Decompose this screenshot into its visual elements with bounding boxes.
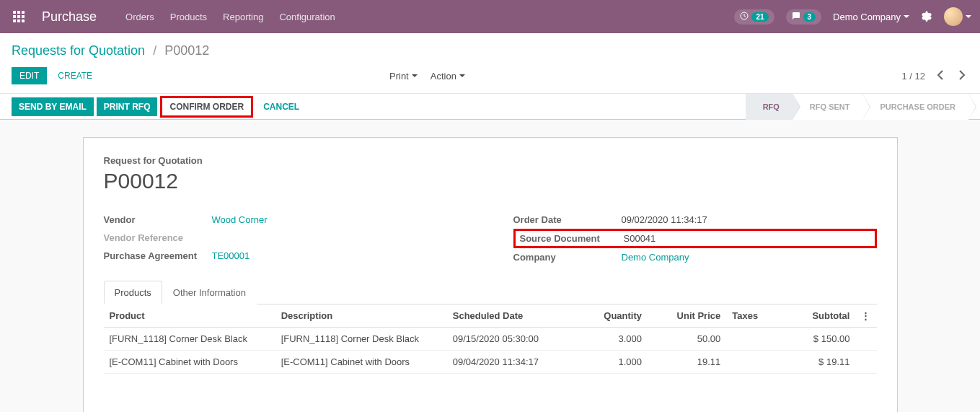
scroll-area[interactable]: Request for Quotation P00012 Vendor Wood… (0, 120, 980, 412)
caret-down-icon (966, 15, 971, 18)
pager-text[interactable]: 1 / 12 (901, 71, 925, 82)
breadcrumb-row: Requests for Quotation / P00012 (0, 33, 980, 63)
cell-blank (855, 351, 876, 374)
svg-rect-8 (22, 19, 25, 22)
svg-rect-4 (17, 15, 20, 18)
company-value[interactable]: Demo Company (622, 252, 877, 263)
avatar (944, 7, 963, 26)
cancel-button[interactable]: CANCEL (256, 97, 306, 116)
purchase-agreement-value[interactable]: TE00001 (212, 250, 467, 261)
print-dropdown[interactable]: Print (389, 71, 418, 82)
table-row[interactable]: [FURN_1118] Corner Desk Black[FURN_1118]… (104, 328, 877, 351)
pager: 1 / 12 (901, 69, 968, 84)
order-date-label: Order Date (513, 214, 622, 225)
edit-button[interactable]: EDIT (12, 67, 47, 84)
record-name: P00012 (104, 169, 877, 193)
activity-button[interactable]: 21 (734, 9, 774, 25)
caret-down-icon (904, 15, 909, 18)
chat-icon (792, 12, 800, 22)
col-unit-price[interactable]: Unit Price (648, 304, 726, 328)
clock-icon (740, 12, 749, 22)
topbar-right: 21 3 Demo Company (734, 7, 971, 26)
stage-rfq[interactable]: RFQ (746, 94, 793, 120)
vendor-label: Vendor (104, 214, 212, 225)
cell-quantity: 1.000 (569, 351, 648, 374)
send-by-email-button[interactable]: SEND BY EMAIL (12, 97, 94, 116)
debug-icon[interactable] (921, 10, 932, 24)
col-product[interactable]: Product (104, 304, 275, 328)
confirm-order-button[interactable]: CONFIRM ORDER (160, 96, 253, 118)
breadcrumb-current: P00012 (164, 43, 209, 58)
apps-icon[interactable] (9, 6, 29, 27)
status-stages: RFQ RFQ SENT PURCHASE ORDER (746, 94, 968, 119)
stage-rfq-sent[interactable]: RFQ SENT (793, 94, 863, 120)
nav-link-reporting[interactable]: Reporting (223, 12, 263, 22)
svg-rect-2 (22, 11, 25, 14)
breadcrumb: Requests for Quotation / P00012 (12, 43, 209, 58)
table-row[interactable]: [E-COM11] Cabinet with Doors[E-COM11] Ca… (104, 351, 877, 374)
tab-products[interactable]: Products (104, 281, 162, 304)
chat-button[interactable]: 3 (786, 9, 822, 25)
source-document-label: Source Document (520, 233, 624, 244)
col-description[interactable]: Description (275, 304, 447, 328)
statusbar-row: SEND BY EMAIL PRINT RFQ CONFIRM ORDER CA… (0, 94, 980, 120)
cell-subtotal: $ 150.00 (777, 328, 855, 351)
action-label: Action (431, 71, 456, 82)
cell-taxes (726, 351, 777, 374)
form-sheet: Request for Quotation P00012 Vendor Wood… (83, 137, 898, 412)
vendor-ref-label: Vendor Reference (104, 232, 212, 243)
tab-other-information[interactable]: Other Information (162, 281, 257, 304)
pager-prev-icon[interactable] (934, 69, 947, 84)
purchase-agreement-label: Purchase Agreement (104, 250, 212, 261)
col-subtotal[interactable]: Subtotal (777, 304, 855, 328)
cell-unit-price: 19.11 (648, 351, 726, 374)
breadcrumb-root[interactable]: Requests for Quotation (12, 43, 145, 58)
nav-link-products[interactable]: Products (170, 12, 207, 22)
company-label: Company (513, 252, 622, 263)
cell-description: [E-COM11] Cabinet with Doors (275, 351, 447, 374)
company-dropdown[interactable]: Demo Company (833, 12, 909, 22)
print-action-group: Print Action (389, 71, 465, 82)
field-column-left: Vendor Wood Corner Vendor Reference Purc… (104, 211, 467, 266)
col-scheduled-date[interactable]: Scheduled Date (447, 304, 569, 328)
nav-link-orders[interactable]: Orders (125, 12, 154, 22)
vendor-value[interactable]: Wood Corner (212, 214, 467, 225)
field-column-right: Order Date 09/02/2020 11:34:17 Source Do… (513, 211, 877, 266)
cell-subtotal: $ 19.11 (777, 351, 855, 374)
cell-unit-price: 50.00 (648, 328, 726, 351)
print-rfq-button[interactable]: PRINT RFQ (97, 97, 158, 116)
field-columns: Vendor Wood Corner Vendor Reference Purc… (104, 211, 877, 266)
company-name: Demo Company (833, 12, 901, 22)
col-kebab-icon[interactable]: ⋮ (855, 304, 876, 328)
svg-rect-6 (13, 19, 16, 22)
create-button[interactable]: CREATE (50, 67, 100, 84)
nav-link-configuration[interactable]: Configuration (279, 12, 335, 22)
cell-product: [E-COM11] Cabinet with Doors (104, 351, 275, 374)
source-document-highlight: Source Document S00041 (513, 229, 877, 248)
print-label: Print (389, 71, 409, 82)
action-dropdown[interactable]: Action (431, 71, 465, 82)
app-title[interactable]: Purchase (42, 9, 97, 25)
pager-next-icon[interactable] (955, 69, 968, 84)
activity-count: 21 (751, 12, 768, 22)
nav-links: Orders Products Reporting Configuration (125, 12, 335, 22)
col-taxes[interactable]: Taxes (726, 304, 777, 328)
svg-rect-5 (22, 15, 25, 18)
cell-description: [FURN_1118] Corner Desk Black (275, 328, 447, 351)
cell-scheduled-date: 09/04/2020 11:34:17 (447, 351, 569, 374)
cell-scheduled-date: 09/15/2020 05:30:00 (447, 328, 569, 351)
cell-quantity: 3.000 (569, 328, 648, 351)
stage-purchase-order[interactable]: PURCHASE ORDER (862, 94, 968, 120)
cell-blank (855, 328, 876, 351)
caret-down-icon (412, 74, 418, 77)
cell-taxes (726, 328, 777, 351)
svg-rect-7 (17, 19, 20, 22)
order-date-value: 09/02/2020 11:34:17 (622, 214, 877, 225)
products-table: Product Description Scheduled Date Quant… (104, 304, 877, 374)
status-buttons: SEND BY EMAIL PRINT RFQ CONFIRM ORDER CA… (12, 94, 306, 119)
chat-count: 3 (803, 12, 816, 22)
col-quantity[interactable]: Quantity (569, 304, 648, 328)
user-menu[interactable] (944, 7, 971, 26)
svg-rect-3 (13, 15, 16, 18)
record-type-label: Request for Quotation (104, 155, 877, 166)
